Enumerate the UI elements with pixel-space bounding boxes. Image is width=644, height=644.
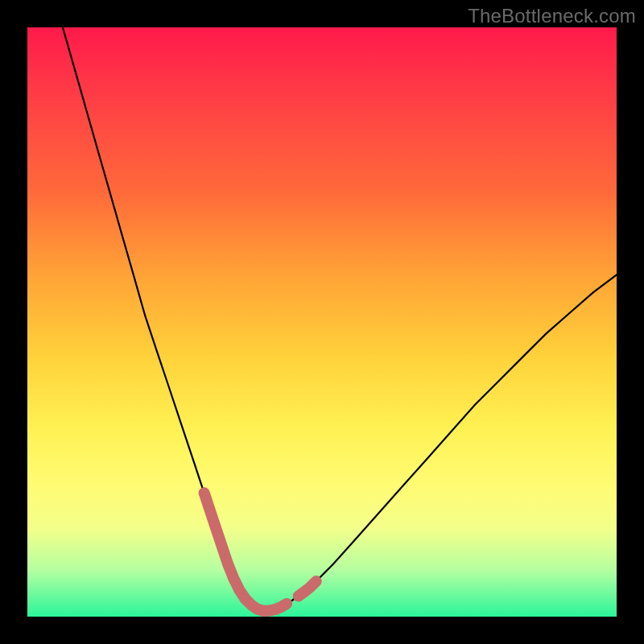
highlight-trough (246, 599, 287, 611)
curve-svg (27, 27, 617, 617)
bottleneck-curve (63, 27, 617, 611)
highlight-right-bump (299, 581, 316, 596)
watermark-text: TheBottleneck.com (468, 5, 636, 27)
plot-area (27, 27, 617, 617)
highlight-left-dip (204, 493, 246, 599)
chart-frame: TheBottleneck.com (0, 0, 644, 644)
